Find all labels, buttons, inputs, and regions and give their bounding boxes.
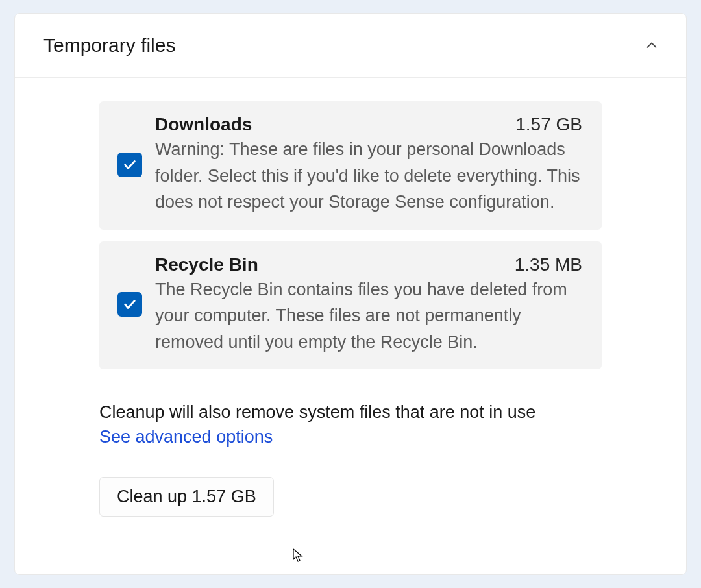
chevron-up-icon [645,38,659,53]
temp-file-item-recycle-bin[interactable]: Recycle Bin 1.35 MB The Recycle Bin cont… [99,241,602,370]
temp-file-item-downloads[interactable]: Downloads 1.57 GB Warning: These are fil… [99,101,602,230]
advanced-options-link[interactable]: See advanced options [99,427,273,447]
item-size: 1.35 MB [515,254,582,275]
check-icon [123,158,137,172]
item-head: Recycle Bin 1.35 MB [155,254,582,275]
cleanup-button[interactable]: Clean up 1.57 GB [99,477,274,517]
item-text: Downloads 1.57 GB Warning: These are fil… [155,114,582,215]
check-icon [123,297,137,312]
temporary-files-panel: Temporary files Downloads 1.57 GB Warnin… [14,13,687,575]
panel-header[interactable]: Temporary files [15,14,686,78]
cleanup-note: Cleanup will also remove system files th… [99,399,602,426]
item-title: Downloads [155,114,252,135]
item-description: Warning: These are files in your persona… [155,136,582,215]
item-description: The Recycle Bin contains files you have … [155,276,582,356]
item-size: 1.57 GB [515,114,582,135]
panel-body: Downloads 1.57 GB Warning: These are fil… [15,78,686,543]
panel-title: Temporary files [43,34,175,56]
item-title: Recycle Bin [155,254,258,275]
item-head: Downloads 1.57 GB [155,114,582,135]
item-text: Recycle Bin 1.35 MB The Recycle Bin cont… [155,254,582,356]
checkbox-downloads[interactable] [117,153,142,177]
checkbox-recycle-bin[interactable] [117,292,142,317]
